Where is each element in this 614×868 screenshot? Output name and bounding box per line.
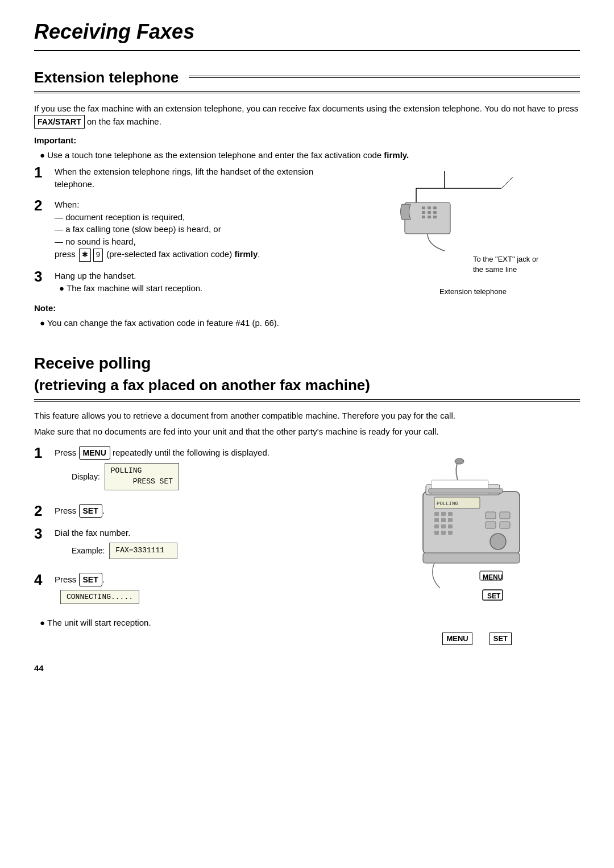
- svg-line-13: [501, 177, 513, 188]
- polling-step-number-2: 2: [34, 503, 55, 519]
- svg-rect-29: [434, 531, 439, 535]
- nine-key: 9: [93, 249, 103, 262]
- example-row: Example: FAX=3331111: [72, 543, 363, 559]
- menu-label: MENU: [442, 633, 472, 646]
- polling-steps: 1 Press MENU repeatedly until the follow…: [34, 446, 363, 646]
- svg-rect-35: [500, 522, 510, 528]
- step-3-content: Hang up the handset. The fax machine wil…: [55, 270, 355, 295]
- polling-step-number-1: 1: [34, 445, 55, 461]
- page-number: 44: [34, 662, 580, 675]
- svg-rect-38: [429, 489, 503, 493]
- svg-point-36: [490, 534, 506, 549]
- polling-intro1: This feature allows you to retrieve a do…: [34, 410, 580, 422]
- svg-rect-25: [448, 518, 453, 522]
- important-bullet: Use a touch tone telephone as the extens…: [40, 149, 580, 162]
- ext-tel-heading: Extension telephone: [34, 67, 580, 93]
- svg-text:POLLING: POLLING: [437, 501, 458, 507]
- polling-heading-main: Receive polling: [34, 352, 580, 375]
- ext-tel-section: Extension telephone If you use the fax m…: [34, 67, 580, 334]
- polling-section: Receive polling (retrieving a fax placed…: [34, 352, 580, 646]
- step-number-2: 2: [34, 197, 55, 214]
- step-2-content: When: — document reception is required, …: [55, 199, 355, 262]
- svg-rect-12: [433, 216, 437, 218]
- ext-tel-steps: 1 When the extension telephone rings, li…: [34, 166, 355, 333]
- svg-rect-23: [434, 518, 439, 522]
- set-button-label-4: SET: [79, 573, 102, 586]
- polling-step-1: 1 Press MENU repeatedly until the follow…: [34, 446, 363, 496]
- example-display: FAX=3331111: [109, 543, 177, 559]
- svg-rect-32: [486, 512, 496, 519]
- ext-tel-body: 1 When the extension telephone rings, li…: [34, 166, 580, 333]
- ext-telephone-label: Extension telephone: [399, 287, 547, 297]
- svg-rect-10: [422, 216, 425, 218]
- svg-rect-20: [434, 512, 439, 516]
- polling-step-1-content: Press MENU repeatedly until the followin…: [55, 446, 363, 496]
- step-1: 1 When the extension telephone rings, li…: [34, 166, 355, 191]
- svg-rect-21: [441, 512, 446, 516]
- diagram-labels: To the "EXT" jack or the same line: [473, 254, 547, 275]
- polling-step-2: 2 Press SET.: [34, 504, 363, 519]
- svg-rect-30: [441, 531, 446, 535]
- important-label: Important:: [34, 134, 580, 147]
- polling-step-3: 3 Dial the fax number. Example: FAX=3331…: [34, 527, 363, 565]
- svg-rect-33: [500, 512, 510, 519]
- polling-step-4: 4 Press SET. CONNECTING.....: [34, 573, 363, 609]
- display-row: Display: POLLING PRESS SET: [72, 463, 363, 490]
- svg-text:SET: SET: [487, 592, 501, 600]
- step-3: 3 Hang up the handset. The fax machine w…: [34, 270, 355, 295]
- polling-intro2: Make sure that no documents are fed into…: [34, 425, 580, 438]
- svg-rect-27: [441, 524, 446, 528]
- polling-step-number-3: 3: [34, 526, 55, 542]
- connecting-box: CONNECTING.....: [60, 590, 363, 603]
- svg-rect-34: [486, 522, 496, 528]
- note-label: Note:: [34, 302, 355, 315]
- note-bullet: You can change the fax activation code i…: [40, 317, 355, 329]
- fax-start-button-label: FAX/START: [34, 115, 85, 129]
- svg-rect-26: [434, 524, 439, 528]
- svg-rect-4: [422, 206, 425, 209]
- ext-tel-diagram: To the "EXT" jack or the same line Exten…: [366, 166, 580, 333]
- connecting-display: CONNECTING.....: [60, 590, 139, 604]
- svg-rect-24: [441, 518, 446, 522]
- polling-step-2-content: Press SET.: [55, 504, 363, 518]
- svg-rect-6: [433, 206, 437, 209]
- polling-heading-wrap: Receive polling (retrieving a fax placed…: [34, 352, 580, 402]
- step-3-bullet: The fax machine will start reception.: [59, 282, 355, 295]
- polling-step-number-4: 4: [34, 572, 55, 588]
- svg-rect-28: [448, 524, 453, 528]
- example-label: Example:: [72, 545, 105, 556]
- fax-machine-svg: POLLING: [412, 457, 542, 628]
- menu-button-label: MENU: [79, 446, 110, 460]
- svg-rect-22: [448, 512, 453, 516]
- star-key: ✱: [79, 249, 91, 262]
- svg-rect-37: [423, 553, 520, 563]
- step-1-content: When the extension telephone rings, lift…: [55, 166, 355, 191]
- polling-step-3-content: Dial the fax number. Example: FAX=333111…: [55, 527, 363, 565]
- ext-tel-intro: If you use the fax machine with an exten…: [34, 102, 580, 129]
- svg-rect-31: [448, 531, 453, 535]
- polling-body: 1 Press MENU repeatedly until the follow…: [34, 446, 580, 646]
- fax-machine-diagram: POLLING: [374, 446, 580, 646]
- page-title: Receiving Faxes: [34, 17, 580, 51]
- polling-heading-sub: (retrieving a fax placed on another fax …: [34, 375, 580, 396]
- step-2: 2 When: — document reception is required…: [34, 199, 355, 262]
- set-button-label-2: SET: [79, 504, 102, 518]
- set-label: SET: [489, 633, 512, 646]
- svg-rect-11: [428, 216, 431, 218]
- svg-point-14: [455, 458, 464, 464]
- polling-step-4-content: Press SET. CONNECTING.....: [55, 573, 363, 609]
- phone-diagram-wrapper: To the "EXT" jack or the same line Exten…: [399, 171, 547, 297]
- display-label: Display:: [72, 471, 100, 482]
- step-number-1: 1: [34, 164, 55, 181]
- step-number-3: 3: [34, 268, 55, 285]
- svg-rect-8: [428, 211, 431, 214]
- display-box: POLLING PRESS SET: [105, 463, 179, 490]
- svg-rect-9: [433, 211, 437, 214]
- svg-rect-5: [428, 206, 431, 209]
- menu-set-labels: MENU SET: [442, 633, 512, 646]
- final-bullet: The unit will start reception.: [40, 617, 363, 629]
- svg-rect-7: [422, 211, 425, 214]
